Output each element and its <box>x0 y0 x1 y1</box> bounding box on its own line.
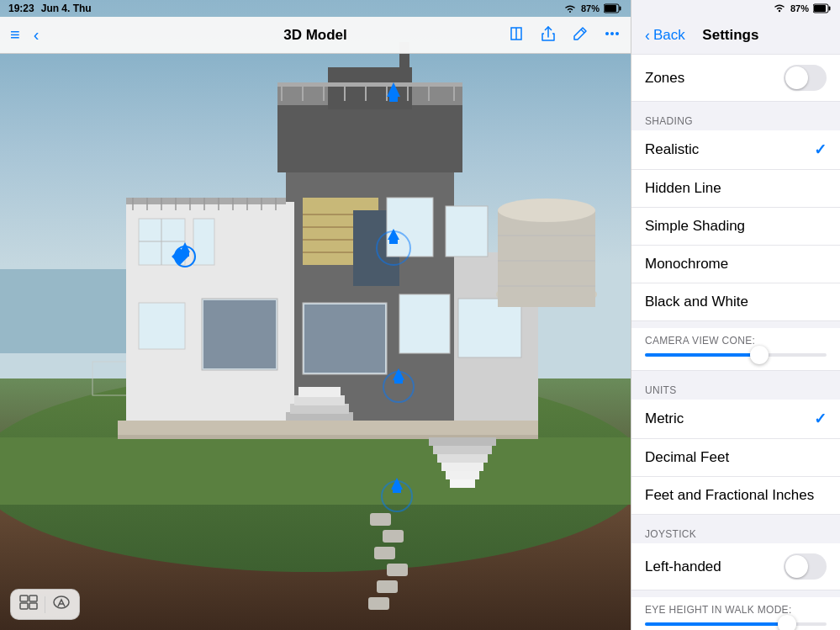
lefthanded-toggle[interactable] <box>784 553 827 580</box>
svg-rect-108 <box>829 7 831 11</box>
svg-rect-41 <box>304 304 385 373</box>
eye-height-container: EYE HEIGHT IN WALK MODE: <box>631 597 840 630</box>
camera-cone-label: CAMERA VIEW CONE: <box>645 335 827 347</box>
svg-point-62 <box>498 199 595 222</box>
status-bar: 19:23 Jun 4. Thu 87% <box>0 0 631 17</box>
back-chevron-icon: ‹ <box>645 27 650 45</box>
settings-header-toolbar: ‹ Back Settings <box>631 17 840 54</box>
svg-rect-49 <box>433 446 492 454</box>
units-fractional-row[interactable]: Feet and Fractional Inches <box>631 477 840 515</box>
shading-simple-row[interactable]: Simple Shading <box>631 208 840 246</box>
status-time: 19:23 <box>8 3 34 14</box>
eye-height-track <box>645 622 827 626</box>
main-toolbar: ≡ ‹ 3D Model <box>0 17 631 54</box>
view-mode-icon[interactable] <box>19 595 38 614</box>
units-decimal-row[interactable]: Decimal Feet <box>631 439 840 477</box>
back-button[interactable]: ‹ Back <box>645 27 685 45</box>
shading-monochrome-label: Monochrome <box>645 256 728 273</box>
units-metric-check: ✓ <box>814 410 827 428</box>
shading-bw-row[interactable]: Black and White <box>631 283 840 321</box>
svg-rect-96 <box>605 5 616 12</box>
svg-line-98 <box>581 29 584 33</box>
battery-icon <box>604 3 622 13</box>
camera-cone-track <box>645 353 827 357</box>
svg-rect-59 <box>368 597 389 610</box>
svg-rect-47 <box>298 387 341 397</box>
zones-row: Zones <box>631 55 840 102</box>
shading-bw-label: Black and White <box>645 294 748 310</box>
book-icon[interactable] <box>508 25 525 45</box>
settings-battery-icon <box>813 3 832 13</box>
svg-rect-87 <box>389 238 398 244</box>
page-title: 3D Model <box>283 27 347 44</box>
svg-rect-54 <box>370 513 391 526</box>
eye-height-label: EYE HEIGHT IN WALK MODE: <box>645 604 827 616</box>
svg-rect-109 <box>814 5 826 12</box>
svg-rect-24 <box>193 219 214 265</box>
svg-rect-61 <box>498 210 595 307</box>
units-metric-row[interactable]: Metric ✓ <box>631 400 840 439</box>
settings-panel: 87% ‹ Back Settings Zones SHADING Realis… <box>631 0 840 630</box>
svg-rect-102 <box>20 596 28 601</box>
camera-cone-container: CAMERA VIEW CONE: <box>631 328 840 371</box>
camera-cone-thumb[interactable] <box>750 346 769 364</box>
shading-hiddenline-label: Hidden Line <box>645 180 721 197</box>
svg-rect-53 <box>450 479 475 488</box>
svg-rect-3 <box>0 437 631 505</box>
shading-realistic-label: Realistic <box>645 141 699 158</box>
status-day: Jun 4. Thu <box>41 3 92 14</box>
units-header: UNITS <box>631 378 840 400</box>
svg-rect-58 <box>377 580 398 593</box>
svg-rect-103 <box>29 596 37 601</box>
settings-wifi-icon <box>773 3 786 14</box>
svg-rect-48 <box>429 437 496 446</box>
shading-realistic-row[interactable]: Realistic ✓ <box>631 130 840 170</box>
wifi-icon <box>563 3 577 13</box>
shading-realistic-check: ✓ <box>814 140 827 159</box>
svg-rect-50 <box>437 454 488 463</box>
svg-rect-105 <box>29 603 37 609</box>
units-decimal-label: Decimal Feet <box>645 449 729 466</box>
shading-simple-label: Simple Shading <box>645 218 745 235</box>
walk-mode-icon[interactable] <box>52 595 71 614</box>
settings-title: Settings <box>702 27 758 44</box>
svg-rect-56 <box>374 547 395 559</box>
settings-battery-pct: 87% <box>790 3 809 13</box>
svg-rect-79 <box>389 95 398 102</box>
pencil-icon[interactable] <box>572 25 589 45</box>
svg-rect-104 <box>20 603 28 609</box>
zones-toggle[interactable] <box>784 65 827 91</box>
3d-scene: 19:23 Jun 4. Thu 87% ≡ ‹ 3D Model <box>0 0 631 630</box>
svg-rect-57 <box>387 564 408 576</box>
eye-height-fill <box>645 622 781 626</box>
svg-rect-95 <box>620 7 621 11</box>
svg-rect-34 <box>446 206 488 257</box>
svg-rect-90 <box>394 379 403 384</box>
svg-rect-55 <box>383 530 404 543</box>
units-fractional-label: Feet and Fractional Inches <box>645 487 814 504</box>
more-icon[interactable] <box>604 25 621 45</box>
zones-label: Zones <box>645 70 684 87</box>
svg-rect-51 <box>441 463 483 471</box>
svg-rect-52 <box>446 471 479 479</box>
svg-rect-35 <box>139 303 185 349</box>
svg-point-99 <box>605 32 609 35</box>
svg-rect-38 <box>399 294 450 353</box>
eye-height-thumb[interactable] <box>778 615 796 630</box>
svg-rect-13 <box>277 82 462 87</box>
shading-monochrome-row[interactable]: Monochrome <box>631 246 840 283</box>
lefthanded-row: Left-handed <box>631 543 840 590</box>
svg-rect-39 <box>458 299 521 357</box>
settings-status-bar: 87% <box>631 0 840 17</box>
shading-hiddenline-row[interactable]: Hidden Line <box>631 170 840 208</box>
svg-point-101 <box>615 32 619 35</box>
back-icon[interactable]: ‹ <box>34 25 40 45</box>
svg-point-106 <box>54 596 69 608</box>
back-label: Back <box>653 27 685 44</box>
camera-cone-fill <box>645 353 754 357</box>
units-metric-label: Metric <box>645 410 684 427</box>
svg-rect-93 <box>393 488 401 493</box>
svg-rect-40 <box>203 300 276 368</box>
share-icon[interactable] <box>540 25 557 45</box>
menu-icon[interactable]: ≡ <box>10 25 20 45</box>
